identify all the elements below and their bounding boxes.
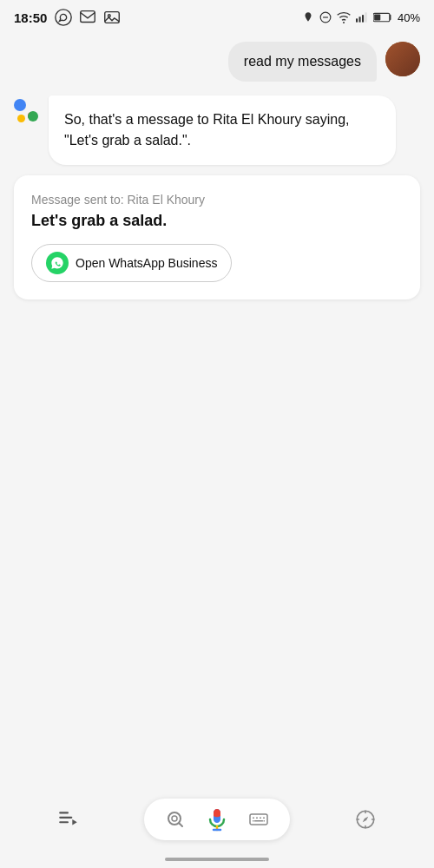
svg-rect-6	[356, 18, 358, 22]
image-status-icon	[102, 8, 122, 27]
svg-rect-13	[59, 817, 72, 819]
whatsapp-status-icon	[54, 8, 73, 27]
compass-icon	[354, 808, 377, 831]
status-indicators: 40%	[302, 11, 420, 24]
google-assistant-logo	[14, 99, 40, 125]
svg-rect-8	[362, 15, 364, 22]
home-indicator	[165, 858, 269, 861]
status-time-group: 18:50	[14, 8, 122, 27]
svg-rect-18	[253, 818, 254, 819]
svg-rect-9	[365, 12, 366, 22]
whatsapp-icon	[46, 252, 69, 274]
compass-button[interactable]	[346, 800, 385, 838]
message-recipient: Message sent to: Rita El Khoury	[31, 193, 403, 207]
svg-rect-1	[81, 11, 95, 23]
keyboard-button[interactable]	[248, 809, 269, 830]
toolbar-row	[0, 781, 434, 858]
svg-point-0	[56, 10, 71, 25]
keyboard-icon	[248, 809, 269, 830]
user-bubble: read my messages	[228, 42, 377, 82]
svg-rect-24	[263, 820, 265, 822]
signal-icon	[356, 11, 368, 23]
chat-list-icon	[57, 808, 80, 831]
location-icon	[302, 11, 314, 23]
svg-rect-20	[260, 818, 261, 819]
lens-button[interactable]	[165, 809, 186, 830]
mic-icon	[203, 806, 231, 833]
open-whatsapp-button[interactable]: Open WhatsApp Business	[31, 244, 232, 282]
battery-icon	[373, 12, 392, 23]
wifi-icon	[337, 11, 351, 23]
chat-area: read my messages So, that's a message to…	[0, 31, 434, 175]
svg-rect-7	[358, 16, 360, 22]
mic-container	[144, 799, 290, 840]
message-body: Let's grab a salad.	[31, 212, 403, 230]
svg-rect-14	[59, 821, 69, 823]
svg-rect-11	[374, 14, 380, 20]
dnd-icon	[319, 11, 332, 23]
user-message-row: read my messages	[14, 42, 420, 82]
svg-rect-12	[59, 812, 69, 813]
svg-rect-19	[256, 818, 258, 819]
status-bar: 18:50	[0, 0, 434, 31]
message-status-icon	[78, 8, 97, 27]
avatar	[385, 42, 420, 76]
status-app-icons	[54, 8, 122, 27]
svg-point-16	[172, 816, 177, 821]
assistant-bubble: So, that's a message to Rita El Khoury s…	[49, 95, 396, 165]
lens-icon	[165, 809, 186, 830]
svg-rect-23	[253, 820, 254, 822]
svg-point-3	[108, 15, 111, 17]
battery-percent: 40%	[398, 11, 420, 24]
svg-rect-21	[263, 818, 265, 819]
svg-rect-17	[250, 814, 267, 825]
chat-icon-button[interactable]	[49, 800, 88, 838]
svg-point-5	[343, 22, 345, 23]
bottom-toolbar	[0, 781, 434, 868]
whatsapp-button-label: Open WhatsApp Business	[76, 256, 217, 270]
message-card: Message sent to: Rita El Khoury Let's gr…	[14, 175, 420, 299]
mic-button[interactable]	[203, 806, 231, 833]
assistant-response-row: So, that's a message to Rita El Khoury s…	[14, 95, 420, 165]
status-time: 18:50	[14, 10, 47, 25]
svg-rect-22	[254, 820, 263, 822]
